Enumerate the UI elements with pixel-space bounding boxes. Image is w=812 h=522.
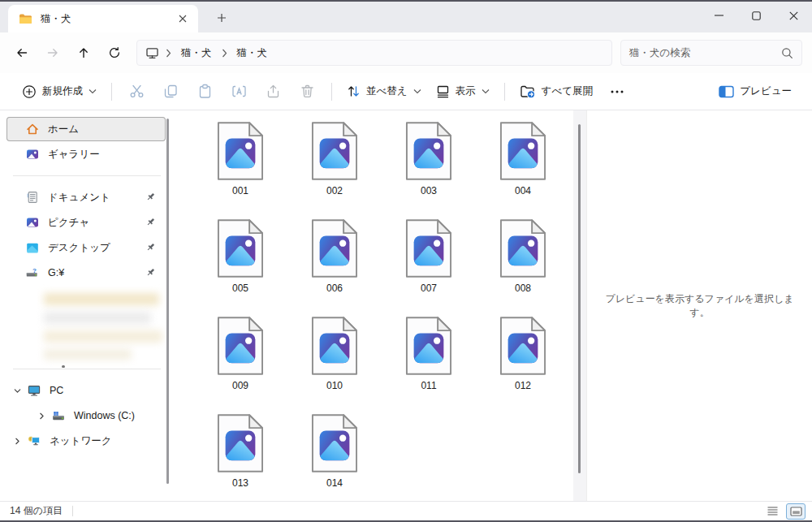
drive-c-icon (52, 409, 65, 422)
sidebar-item-pictures[interactable]: ピクチャ (6, 210, 166, 235)
file-item[interactable]: 008 (482, 218, 564, 316)
breadcrumb-item[interactable]: 猫・犬 (231, 43, 274, 63)
delete-icon (300, 84, 315, 99)
image-file-icon (311, 121, 358, 181)
image-file-icon (405, 121, 452, 181)
up-button[interactable] (68, 39, 99, 67)
breadcrumb-item[interactable]: 猫・犬 (175, 43, 218, 63)
file-explorer-window: 猫・犬 (0, 0, 812, 522)
sort-button[interactable]: 並べ替え (339, 79, 429, 104)
file-label: 004 (515, 185, 531, 196)
delete-button[interactable] (290, 78, 324, 106)
details-view-button[interactable] (762, 503, 782, 520)
sidebar-item-desktop[interactable]: デスクトップ (6, 235, 166, 260)
sidebar-item-gallery[interactable]: ギャラリー (6, 142, 166, 166)
sidebar-separator (13, 369, 161, 369)
file-item[interactable]: 014 (294, 413, 375, 501)
view-button[interactable]: 表示 (429, 79, 497, 104)
file-item[interactable]: 013 (200, 413, 281, 501)
file-item[interactable]: 004 (482, 121, 564, 218)
image-file-icon (217, 413, 264, 473)
file-label: 006 (326, 283, 343, 294)
pin-icon (145, 242, 156, 252)
rename-button[interactable] (222, 78, 256, 106)
thumbnail-view-button[interactable] (786, 503, 806, 520)
chevron-right-icon[interactable] (6, 437, 28, 446)
file-item[interactable]: 006 (294, 218, 375, 316)
item-count: 14 個の項目 (10, 504, 63, 518)
maximize-button[interactable] (737, 2, 775, 29)
file-item[interactable]: 001 (200, 121, 281, 218)
sort-icon (347, 84, 361, 98)
sidebar-item-pc[interactable]: PC (6, 378, 166, 403)
file-label: 010 (326, 380, 343, 391)
home-icon (26, 123, 39, 136)
preview-pane-icon (719, 85, 734, 98)
back-button[interactable] (6, 39, 37, 67)
chevron-right-icon[interactable] (31, 412, 52, 421)
copy-button[interactable] (153, 78, 188, 106)
file-item[interactable]: 005 (200, 218, 281, 316)
share-button[interactable] (256, 78, 290, 106)
more-options-button[interactable] (600, 78, 634, 106)
sidebar-item-documents[interactable]: ドキュメント (6, 185, 166, 209)
toolbar-separator (111, 83, 112, 101)
search-box[interactable]: 猫・犬の検索 (620, 40, 802, 66)
image-file-icon (311, 316, 358, 376)
file-item[interactable]: 009 (200, 316, 281, 413)
file-label: 014 (326, 477, 343, 489)
sidebar-item-drive-g[interactable]: ? G:¥ (6, 261, 166, 285)
file-label: 008 (515, 283, 531, 294)
image-file-icon (499, 218, 546, 278)
tab-close-icon[interactable] (172, 10, 193, 28)
file-item[interactable]: 003 (388, 121, 469, 218)
pictures-icon (26, 216, 39, 229)
image-file-icon (499, 316, 546, 376)
file-item[interactable]: 010 (294, 316, 375, 413)
scrollbar-thumb[interactable] (578, 124, 581, 473)
close-button[interactable] (775, 2, 812, 29)
toolbar-separator (331, 83, 332, 101)
documents-icon (26, 191, 39, 204)
image-file-icon (405, 316, 452, 376)
details-view-icon (767, 507, 778, 516)
cut-button[interactable] (119, 78, 153, 106)
breadcrumb[interactable]: 猫・犬 猫・犬 (136, 40, 612, 66)
preview-pane: プレビューを表示するファイルを選択します。 (586, 110, 812, 501)
tab-active[interactable]: 猫・犬 (8, 5, 198, 32)
navigation-bar: 猫・犬 猫・犬 猫・犬の検索 (0, 32, 812, 73)
sidebar-item-windows-c[interactable]: Windows (C:) (6, 403, 166, 428)
paste-button[interactable] (188, 78, 222, 106)
refresh-button[interactable] (99, 39, 130, 67)
file-item[interactable]: 007 (388, 218, 469, 316)
file-item[interactable]: 011 (388, 316, 469, 413)
status-bar: 14 個の項目 (0, 501, 812, 520)
desktop-icon (26, 241, 39, 254)
expand-all-icon (520, 84, 536, 99)
redacted-sidebar-items (44, 293, 166, 360)
sidebar-scrollbar[interactable] (166, 119, 169, 484)
image-file-icon (217, 218, 264, 278)
tab-folder-icon (19, 13, 32, 24)
file-grid: 001 002 003 004 005 006 007 008 009 010 (193, 121, 573, 501)
file-list-view: 001 002 003 004 005 006 007 008 009 010 (171, 110, 573, 501)
expand-all-button[interactable]: すべて展開 (512, 78, 600, 105)
minimize-button[interactable] (700, 2, 737, 29)
new-item-button[interactable]: 新規作成 (15, 79, 104, 105)
file-label: 005 (232, 283, 248, 294)
file-item[interactable]: 012 (482, 316, 564, 413)
forward-button[interactable] (37, 39, 68, 67)
search-icon[interactable] (781, 47, 793, 59)
image-file-icon (217, 121, 264, 181)
sidebar-item-network[interactable]: ネットワーク (6, 429, 166, 453)
sidebar-item-home[interactable]: ホーム (6, 117, 166, 141)
view-icon (436, 84, 450, 98)
preview-toggle-button[interactable]: プレビュー (711, 79, 799, 104)
share-icon (266, 84, 281, 99)
content-scrollbar[interactable] (573, 110, 586, 501)
chevron-down-icon[interactable] (6, 386, 28, 395)
image-file-icon (311, 413, 358, 473)
new-tab-button[interactable] (209, 6, 234, 29)
file-item[interactable]: 002 (294, 121, 375, 218)
desktop-monitor-icon[interactable] (144, 46, 162, 59)
